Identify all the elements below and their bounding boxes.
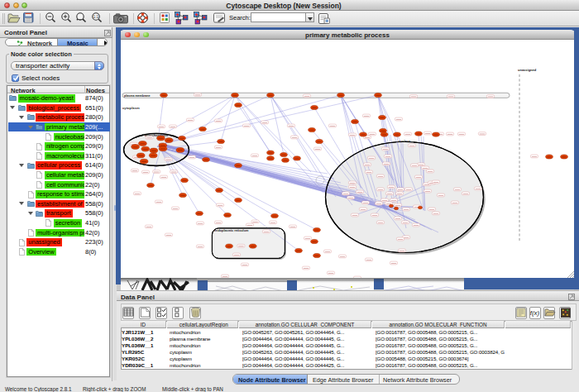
svg-text:1:1: 1:1 <box>93 15 99 19</box>
svg-text:cytoplasm: cytoplasm <box>122 106 140 110</box>
svg-text:plasma membrane: plasma membrane <box>124 94 151 98</box>
svg-text:endoplasmic reticulum: endoplasmic reticulum <box>214 229 249 232</box>
svg-text:unassigned: unassigned <box>518 68 537 72</box>
